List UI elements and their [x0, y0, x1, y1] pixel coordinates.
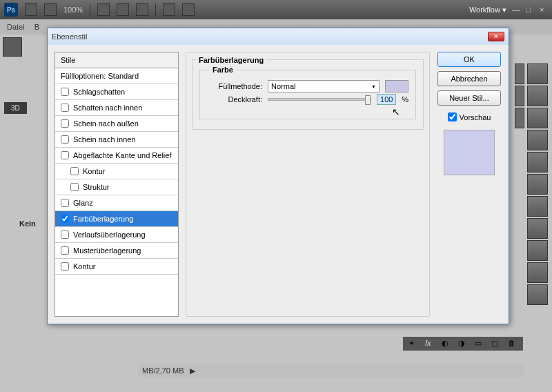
dialog-close-button[interactable]: ✕ [488, 32, 504, 41]
style-label: Glanz [73, 199, 93, 207]
opacity-field[interactable]: 100 [377, 94, 396, 105]
fx-icon[interactable]: fx [425, 339, 435, 349]
actions-icon[interactable] [527, 284, 548, 305]
blendmode-select[interactable]: Normal ▼ [268, 80, 379, 92]
paragraph-icon[interactable] [527, 152, 548, 173]
new-icon[interactable]: ▢ [491, 339, 501, 349]
preview-swatch [444, 130, 495, 175]
blending-options-row[interactable]: Füllloptionen: Standard [55, 68, 178, 84]
style-row[interactable]: Schlagschatten [55, 84, 178, 100]
style-label: Kontur [83, 167, 105, 175]
style-label: Musterüberlagerung [73, 246, 141, 255]
maximize-icon[interactable]: □ [526, 6, 534, 14]
new-style-button[interactable]: Neuer Stil... [437, 90, 501, 106]
mask-icon[interactable] [527, 196, 548, 217]
style-checkbox[interactable] [61, 151, 69, 159]
arrange-icon[interactable] [182, 3, 195, 16]
style-row[interactable]: Kontur [55, 164, 178, 179]
style-label: Schlagschatten [73, 88, 125, 96]
history-icon[interactable] [527, 262, 548, 283]
swatches-icon[interactable] [527, 218, 548, 239]
style-checkbox[interactable] [61, 231, 69, 239]
dialog-title: Ebenenstil [52, 32, 87, 41]
style-row[interactable]: Schatten nach innen [55, 100, 178, 116]
chevron-down-icon: ▼ [371, 84, 376, 89]
preview-label: Vorschau [460, 113, 491, 121]
mask-add-icon[interactable]: ◐ [442, 339, 451, 349]
style-label: Kontur [73, 262, 95, 271]
style-checkbox[interactable] [61, 199, 69, 207]
character-icon[interactable] [527, 130, 548, 150]
style-row[interactable]: Abgeflachte Kante und Relief [55, 148, 178, 164]
menu-file[interactable]: Datei [7, 23, 25, 31]
panel-toggle[interactable] [515, 86, 524, 106]
status-arrow-icon[interactable]: ▶ [190, 366, 195, 375]
clip-icon[interactable] [44, 3, 57, 16]
style-row[interactable]: Kontur [55, 259, 178, 275]
cancel-button[interactable]: Abbrechen [437, 71, 501, 86]
app-toolbar: Ps 100% Workflow ▾ — □ × [0, 0, 552, 19]
style-row[interactable]: Farbüberlagerung [55, 211, 178, 227]
preview-check-input[interactable] [448, 112, 457, 121]
style-row[interactable]: Glanz [55, 195, 178, 211]
tab-3d[interactable]: 3D [4, 102, 27, 114]
screen-mode-icon[interactable] [163, 3, 175, 16]
style-row[interactable]: Musterüberlagerung [55, 243, 178, 259]
style-label: Schatten nach innen [73, 104, 142, 112]
layers-icon[interactable] [527, 63, 548, 84]
slider-thumb[interactable] [365, 95, 371, 105]
panel-icon-rail [527, 63, 551, 305]
panel-toggle[interactable] [515, 63, 524, 84]
panel-title: Farbüberlagerung [196, 56, 266, 64]
minimize-icon[interactable]: — [512, 6, 520, 14]
panel-collapse-rail [515, 63, 526, 128]
zoom-icon[interactable] [117, 3, 129, 16]
zoom-level[interactable]: 100% [63, 6, 83, 14]
doc-status: MB/2,70 MB [142, 366, 184, 375]
style-checkbox[interactable] [61, 135, 69, 144]
style-checkbox[interactable] [70, 183, 79, 191]
style-checkbox[interactable] [70, 167, 79, 175]
hand-icon[interactable] [97, 3, 110, 16]
channels-icon[interactable] [527, 86, 548, 106]
style-row[interactable]: Schein nach außen [55, 116, 178, 132]
no-layers-label: Kein [19, 219, 36, 228]
workspace-menu[interactable]: Workflow ▾ [469, 6, 506, 14]
style-label: Struktur [83, 183, 110, 191]
status-bar: MB/2,70 MB ▶ [138, 364, 524, 377]
style-label: Verlaufsüberlagerung [73, 231, 146, 239]
style-checkbox[interactable] [61, 246, 69, 255]
dialog-titlebar[interactable]: Ebenenstil ✕ [48, 28, 509, 45]
link-icon[interactable]: ⚭ [408, 339, 418, 349]
rotate-icon[interactable] [136, 3, 148, 16]
style-checkbox[interactable] [61, 119, 69, 128]
adjust-icon[interactable] [527, 174, 548, 195]
blendmode-label: Füllmethode: [207, 82, 262, 90]
style-checkbox[interactable] [61, 104, 69, 112]
style-checkbox[interactable] [61, 262, 69, 271]
color-group-title: Farbe [210, 66, 236, 74]
panel-toggle[interactable] [515, 108, 524, 128]
ok-button[interactable]: OK [437, 52, 501, 67]
style-row[interactable]: Struktur [55, 179, 178, 195]
style-row[interactable]: Verlaufsüberlagerung [55, 227, 178, 243]
style-row[interactable]: Schein nach innen [55, 132, 178, 148]
menu-truncated: B [34, 23, 39, 31]
adjust-add-icon[interactable]: ◑ [458, 339, 468, 349]
preview-checkbox[interactable]: Vorschau [448, 112, 491, 121]
style-checkbox[interactable] [61, 88, 69, 96]
opacity-label: Deckkraft: [207, 95, 262, 104]
close-icon[interactable]: × [540, 6, 548, 14]
style-checkbox[interactable] [61, 215, 69, 223]
options-panel: Farbüberlagerung Farbe Füllmethode: Norm… [186, 52, 430, 317]
style-label: Schein nach außen [73, 119, 139, 128]
styles-icon[interactable] [527, 240, 548, 261]
trash-icon[interactable]: 🗑 [508, 339, 518, 349]
paths-icon[interactable] [527, 108, 548, 128]
bridge-icon[interactable] [25, 3, 37, 16]
tool-hand[interactable] [3, 37, 22, 57]
color-swatch[interactable] [385, 80, 408, 92]
opacity-slider[interactable] [268, 98, 371, 101]
folder-icon[interactable]: ▭ [475, 339, 484, 349]
style-list-header[interactable]: Stile [55, 52, 178, 68]
